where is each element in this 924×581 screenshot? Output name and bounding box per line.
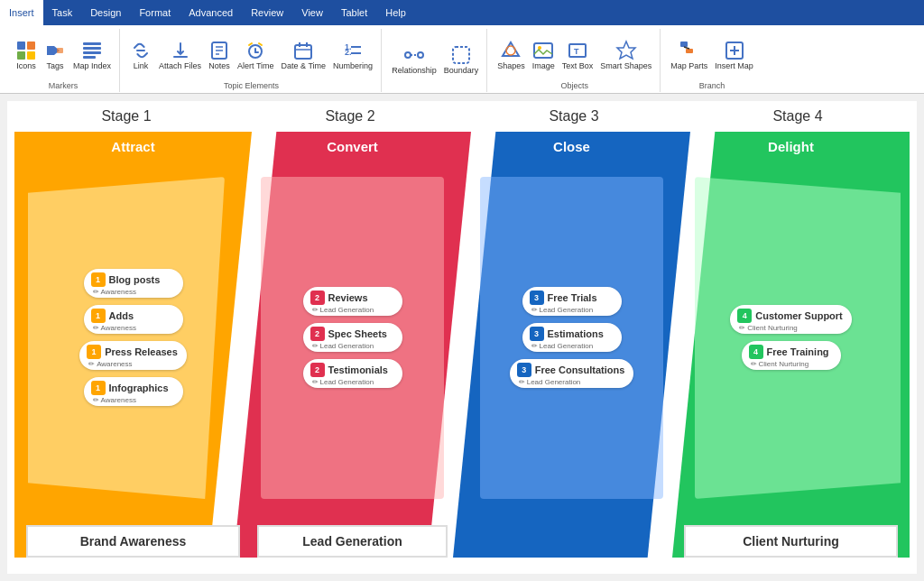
stage3-title: Close [453, 132, 690, 161]
insert-map-button[interactable]: Insert Map [712, 38, 756, 72]
topic-testimonials[interactable]: 2Testimonials ✏Lead Generation [303, 359, 402, 388]
boundary-icon [450, 44, 472, 66]
date-time-button[interactable]: Date & Time [279, 38, 329, 72]
svg-rect-9 [173, 56, 188, 58]
stage3-content: 3Free Trials ✏Lead Generation 3Estimatio… [453, 171, 690, 503]
ribbon-group-topic-elements: Link Attach Files Notes [122, 29, 382, 92]
ribbon-group-rel: Relationship Boundary [383, 29, 487, 92]
tab-advanced[interactable]: Advanced [180, 0, 242, 25]
image-icon [532, 40, 554, 61]
link-icon [130, 40, 152, 61]
stage4-title: Delight [672, 132, 910, 161]
svg-rect-35 [680, 42, 688, 47]
map-index-icon [81, 40, 103, 61]
svg-point-26 [418, 52, 423, 58]
link-button[interactable]: Link [127, 38, 154, 72]
tab-design[interactable]: Design [81, 0, 130, 25]
topic-blog-posts[interactable]: 1Blog posts ✏Awareness [84, 269, 183, 298]
svg-point-25 [405, 52, 411, 58]
boundary-button[interactable]: Boundary [441, 42, 482, 77]
svg-rect-36 [686, 49, 693, 53]
svg-rect-17 [295, 45, 311, 59]
stage3-header: Stage 3 [462, 108, 686, 124]
stages-diagram: Stage 1 Stage 2 Stage 3 Stage 4 Attract … [14, 108, 910, 567]
map-index-button[interactable]: Map Index [70, 38, 114, 72]
markers-label: Markers [49, 79, 79, 90]
svg-marker-34 [617, 42, 635, 59]
stage1-column: Attract 1Blog posts ✏Awareness 1Adds ✏Aw… [14, 132, 252, 558]
topic-press-releases[interactable]: 1Press Releases ✏Awareness [79, 341, 187, 370]
tab-tablet[interactable]: Tablet [332, 0, 376, 25]
branch-label: Branch [699, 79, 725, 90]
smart-shapes-icon [615, 40, 637, 61]
topic-customer-support[interactable]: 4Customer Support ✏Client Nurturing [730, 305, 852, 334]
topic-free-training[interactable]: 4Free Training ✏Client Nurturing [742, 341, 841, 370]
map-parts-icon [679, 40, 700, 61]
stage1-title: Attract [14, 132, 252, 161]
tags-button[interactable]: Tags [42, 38, 69, 72]
tab-insert[interactable]: Insert [0, 0, 43, 25]
svg-marker-28 [503, 42, 519, 56]
main-canvas: Stage 1 Stage 2 Stage 3 Stage 4 Attract … [7, 101, 917, 574]
tab-format[interactable]: Format [130, 0, 180, 25]
tab-review[interactable]: Review [242, 0, 292, 25]
topic-estimations[interactable]: 3Estimations ✏Lead Generation [522, 323, 622, 352]
alert-time-button[interactable]: Alert Time [235, 38, 277, 72]
menu-bar: Insert Task Design Format Advanced Revie… [0, 0, 924, 25]
image-button[interactable]: Image [530, 38, 558, 72]
shapes-button[interactable]: Shapes [494, 38, 528, 72]
icons-button[interactable]: Icons [13, 38, 40, 72]
stage1-header: Stage 1 [14, 108, 238, 124]
topic-elements-label: Topic Elements [224, 79, 279, 90]
tags-icon [44, 40, 66, 61]
icons-icon [15, 40, 37, 61]
tab-view[interactable]: View [292, 0, 332, 25]
topic-free-trials[interactable]: 3Free Trials ✏Lead Generation [522, 287, 622, 316]
alert-time-icon [245, 40, 266, 61]
ribbon-group-markers: Icons Tags Map Index Markers [7, 29, 120, 92]
stage2-content: 2Reviews ✏Lead Generation 2Spec Sheets ✏… [234, 171, 471, 503]
svg-text:2.: 2. [345, 48, 352, 57]
notes-icon [208, 40, 230, 61]
objects-label: Objects [560, 79, 588, 90]
smart-shapes-button[interactable]: Smart Shapes [597, 38, 654, 72]
topic-adds[interactable]: 1Adds ✏Awareness [84, 305, 183, 334]
topic-free-consultations[interactable]: 3Free Consultations ✏Lead Generation [510, 359, 634, 388]
svg-rect-5 [83, 42, 101, 45]
stage3-column: Close 3Free Trials ✏Lead Generation 3Est… [453, 132, 690, 558]
tab-help[interactable]: Help [376, 0, 415, 25]
shapes-icon [500, 40, 522, 61]
relationship-icon [403, 44, 425, 66]
svg-point-29 [506, 46, 515, 55]
svg-rect-0 [17, 42, 25, 50]
stage2-header: Stage 2 [238, 108, 462, 124]
notes-button[interactable]: Notes [206, 38, 233, 72]
svg-rect-2 [17, 51, 25, 60]
text-box-icon: T [567, 40, 588, 61]
svg-rect-4 [57, 48, 63, 53]
svg-rect-6 [83, 47, 101, 50]
numbering-button[interactable]: 1.2. Numbering [330, 38, 375, 72]
stage2-title: Convert [234, 132, 471, 161]
stage4-content: 4Customer Support ✏Client Nurturing 4Fre… [672, 171, 910, 503]
topic-spec-sheets[interactable]: 2Spec Sheets ✏Lead Generation [303, 323, 402, 352]
stage4-header: Stage 4 [686, 108, 910, 124]
stage2-column: Convert 2Reviews ✏Lead Generation 2Spec … [234, 132, 471, 558]
svg-rect-3 [27, 51, 35, 60]
topic-infographics[interactable]: 1Infographics ✏Awareness [84, 377, 183, 406]
svg-text:T: T [574, 47, 579, 56]
stage1-bottom: Brand Awareness [26, 525, 240, 558]
numbering-icon: 1.2. [342, 40, 364, 61]
relationship-button[interactable]: Relationship [389, 42, 439, 77]
ribbon-group-branch: Map Parts Insert Map Branch [662, 29, 762, 92]
tab-task[interactable]: Task [43, 0, 82, 25]
topic-reviews[interactable]: 2Reviews ✏Lead Generation [303, 287, 402, 316]
map-parts-button[interactable]: Map Parts [668, 38, 710, 72]
svg-rect-27 [453, 47, 469, 63]
attach-files-icon [170, 40, 191, 61]
attach-files-button[interactable]: Attach Files [156, 38, 204, 72]
ribbon: Icons Tags Map Index Markers [0, 25, 924, 94]
stage2-bottom: Lead Generation [257, 525, 447, 558]
svg-rect-7 [83, 51, 101, 54]
text-box-button[interactable]: T Text Box [559, 38, 596, 72]
